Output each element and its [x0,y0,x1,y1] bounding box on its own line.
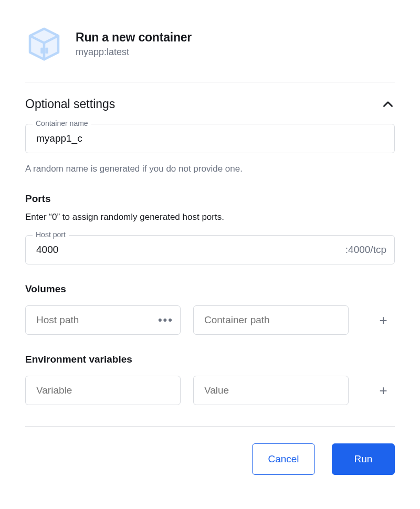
env-row: + [25,376,395,405]
ports-heading: Ports [25,193,395,205]
svg-rect-1 [45,48,48,54]
volume-container-path-input[interactable] [193,305,349,335]
dialog-footer: Cancel Run [25,426,395,475]
host-port-field: Host port :4000/tcp [25,235,395,264]
volume-row: ••• + [25,305,395,335]
host-port-label: Host port [33,230,69,239]
ports-helper: Enter “0” to assign randomly generated h… [25,212,395,222]
plus-icon: + [379,312,387,328]
add-volume-button[interactable]: + [372,309,395,332]
env-value-input[interactable] [193,376,349,405]
chevron-up-icon [381,98,395,111]
cancel-button[interactable]: Cancel [252,443,315,475]
dialog-header: Run a new container myapp:latest [25,25,395,82]
dialog-header-text: Run a new container myapp:latest [76,30,192,58]
volumes-heading: Volumes [25,283,395,295]
optional-settings-toggle[interactable]: Optional settings [25,97,395,111]
container-name-input[interactable] [25,124,395,153]
image-tag: myapp:latest [76,47,192,58]
env-heading: Environment variables [25,354,395,365]
volume-host-path-input[interactable] [25,305,181,335]
add-env-button[interactable]: + [372,379,395,402]
optional-settings-heading: Optional settings [25,97,115,111]
container-name-helper: A random name is generated if you do not… [25,164,395,174]
env-variable-input[interactable] [25,376,181,405]
container-name-label: Container name [33,119,91,128]
plus-icon: + [379,383,387,399]
run-button[interactable]: Run [332,443,395,475]
ellipsis-icon: ••• [158,313,173,326]
port-mapping-suffix: :4000/tcp [345,244,386,256]
dialog-title: Run a new container [76,30,192,45]
browse-host-path-button[interactable]: ••• [158,313,173,327]
svg-rect-0 [40,48,44,54]
container-cube-icon [25,25,63,63]
container-name-field: Container name [25,124,395,153]
run-container-dialog: Run a new container myapp:latest Optiona… [0,0,420,475]
host-port-input[interactable] [25,235,395,264]
